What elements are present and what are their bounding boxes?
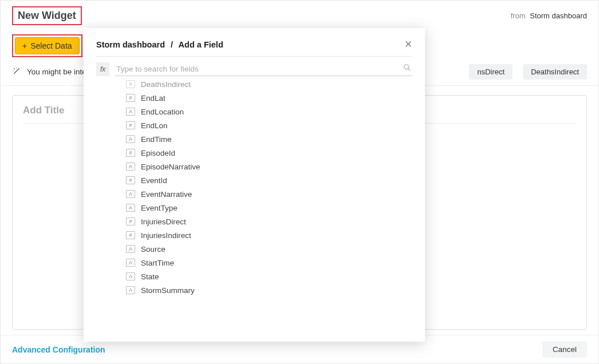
field-item[interactable]: AStartTime <box>126 256 412 270</box>
svg-point-0 <box>404 65 409 69</box>
number-type-icon: # <box>126 217 135 225</box>
field-name: DeathsIndirect <box>141 80 191 89</box>
from-label: from Storm dashboard <box>511 11 587 20</box>
field-name: InjuriesDirect <box>141 217 186 226</box>
number-type-icon: # <box>126 176 135 184</box>
field-name: StormSummary <box>141 286 195 295</box>
text-type-icon: A <box>126 245 135 253</box>
text-type-icon: A <box>126 190 135 198</box>
breadcrumb-leaf: Add a Field <box>179 40 223 49</box>
add-field-popover: Storm dashboard / Add a Field ✕ fx #Deat… <box>84 28 425 342</box>
text-type-icon: A <box>126 272 135 280</box>
field-item[interactable]: #InjuriesDirect <box>126 215 412 228</box>
search-input[interactable] <box>115 62 412 76</box>
plus-icon: + <box>22 41 27 50</box>
field-name: EndLon <box>141 121 168 130</box>
field-item[interactable]: #EventId <box>126 173 412 187</box>
dashboard-name: Storm dashboard <box>530 11 587 20</box>
breadcrumb-root[interactable]: Storm dashboard <box>96 40 165 49</box>
field-item[interactable]: AEpisodeNarrative <box>126 160 412 173</box>
field-item[interactable]: AEndTime <box>126 132 412 146</box>
number-type-icon: # <box>126 121 135 129</box>
field-item[interactable]: #EndLon <box>126 118 412 132</box>
select-data-label: Select Data <box>30 41 72 50</box>
field-name: EventNarrative <box>141 190 192 199</box>
number-type-icon: # <box>126 231 135 239</box>
from-text: from <box>511 11 526 20</box>
select-data-button[interactable]: + Select Data <box>15 37 80 54</box>
field-item[interactable]: AEventNarrative <box>126 187 412 201</box>
field-item[interactable]: AStormSummary <box>126 283 412 297</box>
field-name: EpisodeId <box>141 149 175 157</box>
field-item[interactable]: #DeathsIndirect <box>126 80 412 91</box>
text-type-icon: A <box>126 286 135 294</box>
field-item[interactable]: AEventType <box>126 201 412 215</box>
text-type-icon: A <box>126 108 135 116</box>
number-type-icon: # <box>126 94 135 102</box>
text-type-icon: A <box>126 259 135 267</box>
number-type-icon: # <box>126 149 135 157</box>
field-item[interactable]: AState <box>126 270 412 283</box>
search-wrapper <box>115 62 412 76</box>
field-name: State <box>141 272 159 281</box>
select-data-highlight: + Select Data <box>12 34 82 57</box>
cancel-button[interactable]: Cancel <box>542 341 587 358</box>
suggestion-chip[interactable]: DeathsIndirect <box>523 64 587 80</box>
field-name: EventType <box>141 204 178 212</box>
field-item[interactable]: ASource <box>126 242 412 256</box>
field-name: Source <box>141 245 165 254</box>
field-list[interactable]: #DeathsIndirect#EndLatAEndLocation#EndLo… <box>96 80 412 297</box>
close-icon[interactable]: ✕ <box>404 39 412 49</box>
field-name: InjuriesIndirect <box>141 231 191 240</box>
page-title: New Widget <box>12 6 82 25</box>
field-item[interactable]: AEndLocation <box>126 105 412 118</box>
search-icon <box>403 64 411 73</box>
field-item[interactable]: #EpisodeId <box>126 146 412 160</box>
field-name: EndTime <box>141 135 172 144</box>
number-type-icon: # <box>126 80 135 88</box>
text-type-icon: A <box>126 163 135 171</box>
suggestion-intro: You might be inte <box>27 68 86 76</box>
breadcrumb: Storm dashboard / Add a Field <box>96 40 223 49</box>
field-name: EndLat <box>141 94 165 102</box>
suggestion-chip[interactable]: nsDirect <box>469 64 513 80</box>
advanced-configuration-link[interactable]: Advanced Configuration <box>12 345 105 354</box>
text-type-icon: A <box>126 135 135 143</box>
field-name: EventId <box>141 176 167 185</box>
field-name: EndLocation <box>141 108 184 116</box>
field-name: EpisodeNarrative <box>141 163 200 171</box>
field-item[interactable]: #EndLat <box>126 91 412 105</box>
breadcrumb-separator: / <box>171 40 173 49</box>
field-name: StartTime <box>141 259 174 267</box>
formula-button[interactable]: fx <box>96 62 109 76</box>
field-item[interactable]: #InjuriesIndirect <box>126 228 412 242</box>
svg-line-1 <box>408 69 411 71</box>
wand-icon <box>12 66 21 77</box>
text-type-icon: A <box>126 204 135 212</box>
